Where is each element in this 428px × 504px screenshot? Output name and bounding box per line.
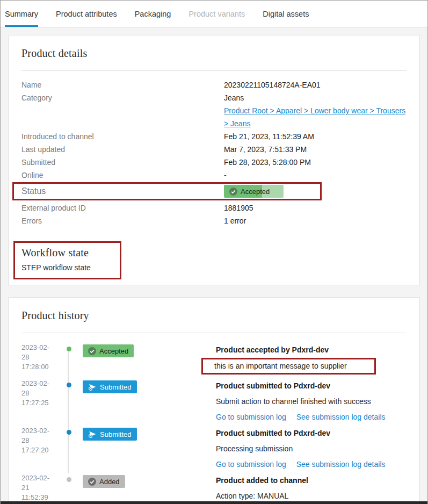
detail-row-submitted: Submitted Feb 28, 2023, 5:28:00 PM xyxy=(21,156,407,169)
check-circle-icon xyxy=(88,347,96,355)
history-entry-text: Processing submission xyxy=(216,444,407,453)
history-entry-title: Product accepted by Pdxrd-dev xyxy=(216,345,407,355)
detail-row-introduced: Introduced to channel Feb 21, 2023, 11:5… xyxy=(21,130,407,143)
accepted-badge: Accepted xyxy=(83,344,134,357)
go-to-submission-log-link[interactable]: Go to submission log xyxy=(216,460,286,469)
detail-row-external-id: External product ID 1881905 xyxy=(21,201,407,214)
status-badge: Accepted xyxy=(224,185,284,198)
divider xyxy=(21,70,407,71)
timeline-dot xyxy=(67,477,71,482)
history-timeline: 2023-02-28 17:28:00 Accepted Produ xyxy=(21,341,407,502)
history-timestamp: 2023-02-28 17:28:00 xyxy=(21,343,55,372)
detail-value: - xyxy=(224,169,227,182)
detail-label: Status xyxy=(21,186,224,196)
history-entry: 2023-02-21 11:52:39 Added Product xyxy=(21,471,407,502)
product-history-card: Product history 2023-02-28 17:28:00 xyxy=(8,297,420,504)
category-path-link[interactable]: Product Root > Apparel > Lower body wear… xyxy=(224,106,405,128)
tab-digital-assets[interactable]: Digital assets xyxy=(263,1,309,27)
detail-row-name: Name 20230221105148724A-EA01 xyxy=(21,78,407,91)
status-badge-label: Accepted xyxy=(241,188,270,196)
detail-value: 20230221105148724A-EA01 xyxy=(224,78,321,91)
detail-label: Last updated xyxy=(21,143,224,156)
detail-value: Feb 28, 2023, 5:28:00 PM xyxy=(224,156,311,169)
history-timestamp: 2023-02-21 11:52:39 xyxy=(21,473,55,502)
check-circle-icon xyxy=(229,188,237,196)
send-clock-icon xyxy=(88,430,97,438)
detail-label: Submitted xyxy=(21,156,224,169)
history-entry: 2023-02-28 17:28:00 Accepted Produ xyxy=(21,341,407,377)
timeline-dot xyxy=(67,383,71,387)
check-circle-icon xyxy=(88,478,96,486)
detail-value: Mar 7, 2023, 7:51:33 PM xyxy=(224,143,307,156)
timeline-dot xyxy=(67,430,71,435)
detail-row-last-updated: Last updated Mar 7, 2023, 7:51:33 PM xyxy=(21,143,407,156)
divider xyxy=(21,333,407,333)
detail-value: 1 error xyxy=(224,214,246,227)
detail-label: Online xyxy=(21,169,224,182)
annotation-box-workflow-state: Workflow state STEP workflow state xyxy=(13,241,121,279)
detail-label: Name xyxy=(21,78,224,91)
product-history-title: Product history xyxy=(21,309,407,322)
tab-product-variants: Product variants xyxy=(188,1,245,27)
tab-summary[interactable]: Summary xyxy=(5,1,38,27)
see-submission-log-details-link[interactable]: See submission log details xyxy=(296,460,386,469)
detail-value: Feb 21, 2023, 11:52:39 AM xyxy=(224,130,314,143)
supplier-message: this is an important message to supplier xyxy=(214,362,347,370)
history-timestamp: 2023-02-28 17:27:25 xyxy=(21,379,55,408)
product-details-card: Product details Name 20230221105148724A-… xyxy=(8,35,420,285)
detail-row-online: Online - xyxy=(21,169,407,182)
page-content: Product details Name 20230221105148724A-… xyxy=(1,27,427,504)
history-entry-title: Product submitted to Pdxrd-dev xyxy=(216,381,407,391)
tab-bar: Summary Product attributes Packaging Pro… xyxy=(1,1,427,27)
annotation-box-supplier-message: this is an important message to supplier xyxy=(201,358,376,375)
history-entry-title: Product submitted to Pdxrd-dev xyxy=(216,428,407,438)
history-entry: 2023-02-28 17:27:25 Submitted Prod xyxy=(21,377,407,424)
detail-row-category: Category Jeans Product Root > Apparel > … xyxy=(21,91,407,130)
detail-label: Introduced to channel xyxy=(21,130,224,143)
tab-product-attributes[interactable]: Product attributes xyxy=(56,1,117,27)
detail-label: Errors xyxy=(21,214,224,227)
history-entry-text: Submit action to channel finished with s… xyxy=(216,397,407,406)
window-bottom-edge xyxy=(1,501,427,504)
submitted-badge: Submitted xyxy=(83,380,137,393)
history-entry-title: Product added to channel xyxy=(216,476,407,485)
workflow-state-subtitle: STEP workflow state xyxy=(21,263,112,272)
annotation-box-status: Status Accepted xyxy=(12,182,322,200)
added-badge: Added xyxy=(83,475,125,488)
workflow-state-title: Workflow state xyxy=(21,247,112,259)
history-entry: 2023-02-28 17:27:20 Submitted Prod xyxy=(21,424,407,471)
tab-packaging[interactable]: Packaging xyxy=(135,1,171,27)
history-timestamp: 2023-02-28 17:27:20 xyxy=(21,426,55,455)
timeline-dot xyxy=(67,347,71,351)
send-clock-icon xyxy=(88,383,97,391)
detail-label: Category xyxy=(21,91,224,104)
detail-value: 1881905 xyxy=(224,201,253,214)
detail-label: External product ID xyxy=(21,201,224,214)
submitted-badge: Submitted xyxy=(83,428,137,441)
history-entry-text: Action type: MANUAL xyxy=(216,491,407,501)
detail-value: Jeans xyxy=(224,91,407,104)
page-frame: Summary Product attributes Packaging Pro… xyxy=(0,0,428,504)
detail-row-errors: Errors 1 error xyxy=(21,214,407,227)
see-submission-log-details-link[interactable]: See submission log details xyxy=(296,413,386,421)
go-to-submission-log-link[interactable]: Go to submission log xyxy=(216,413,286,421)
product-details-title: Product details xyxy=(21,47,407,60)
